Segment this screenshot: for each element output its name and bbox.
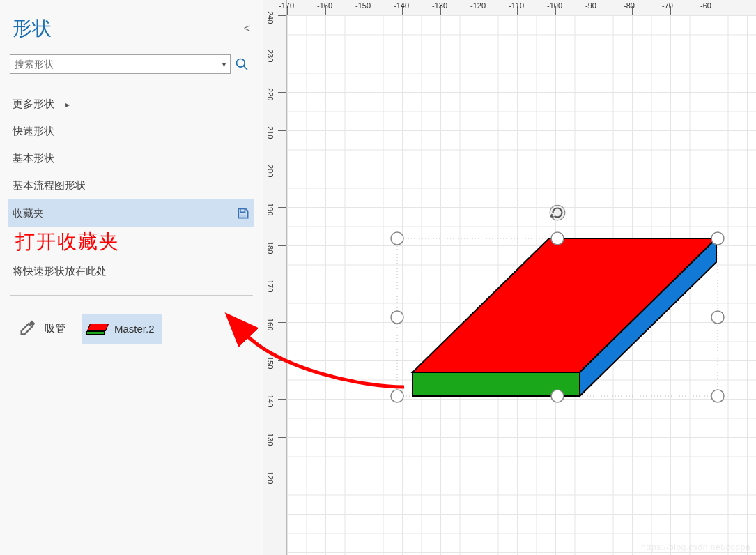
shapes-panel: 形状 < ▾ 更多形状 ▸ 快速形状 基本形状 基本流程图形状: [0, 0, 263, 555]
svg-rect-2: [240, 208, 245, 212]
ruler-tick: 150: [266, 356, 275, 369]
ruler-tick: -60: [700, 1, 711, 10]
ruler-tick: -150: [355, 1, 371, 10]
annotation-open-favorites: 打开收藏夹: [0, 227, 263, 262]
master2-thumb-icon: [86, 324, 107, 335]
ruler-tick: -130: [432, 1, 447, 10]
category-basic-shapes[interactable]: 基本形状: [10, 145, 253, 172]
svg-line-1: [244, 66, 247, 70]
category-flowchart-shapes[interactable]: 基本流程图形状: [10, 172, 253, 199]
ruler-horizontal: -170 -160 -150 -140 -130 -120 -110 -100 …: [287, 0, 756, 15]
ruler-tick: -170: [279, 1, 294, 10]
handle-n[interactable]: [551, 232, 564, 245]
shape-master-2[interactable]: Master.2: [82, 314, 162, 344]
category-favorites[interactable]: 收藏夹: [8, 199, 254, 227]
ruler-tick: -80: [624, 1, 635, 10]
ruler-tick: 140: [266, 395, 275, 407]
ruler-tick: -140: [394, 1, 409, 10]
ruler-tick: 200: [266, 165, 275, 177]
ruler-tick: -100: [547, 1, 562, 10]
quick-shapes-drop-hint: 将快速形状放在此处: [0, 262, 263, 289]
eyedropper-icon: [18, 318, 38, 340]
ruler-tick: 240: [266, 11, 275, 24]
ruler-tick: -160: [317, 1, 332, 10]
search-row: ▾: [10, 54, 253, 74]
category-label: 更多形状: [13, 98, 54, 111]
category-label: 基本形状: [13, 152, 54, 165]
handle-sw[interactable]: [391, 390, 403, 402]
rotate-handle[interactable]: [548, 204, 566, 224]
shape-label: 吸管: [45, 322, 65, 335]
chevron-right-icon: ▸: [65, 100, 70, 109]
handle-ne[interactable]: [711, 232, 724, 245]
panel-title: 形状: [13, 15, 52, 42]
search-dropdown-icon[interactable]: ▾: [217, 61, 230, 68]
ruler-tick: -70: [662, 1, 673, 10]
category-more-shapes[interactable]: 更多形状 ▸: [10, 91, 253, 118]
search-shapes-input[interactable]: [10, 59, 217, 70]
category-label: 快速形状: [13, 125, 54, 138]
shape-label: Master.2: [114, 323, 155, 335]
category-label: 基本流程图形状: [13, 179, 86, 192]
ruler-tick: 180: [266, 241, 275, 254]
handle-se[interactable]: [711, 390, 724, 402]
canvas[interactable]: -170 -160 -150 -140 -130 -120 -110 -100 …: [263, 0, 756, 555]
selected-shape-3d-block[interactable]: [397, 223, 718, 404]
category-label: 收藏夹: [13, 207, 44, 220]
ruler-tick: 230: [266, 50, 275, 62]
ruler-vertical: 240 230 220 210 200 190 180 170 160 150 …: [263, 15, 287, 555]
ruler-tick: -120: [470, 1, 486, 10]
ruler-tick: 220: [266, 88, 275, 100]
shape-eyedropper[interactable]: 吸管: [18, 318, 65, 340]
handle-nw[interactable]: [391, 232, 403, 245]
watermark: https://blog.csdn.net/coppa: [641, 542, 750, 552]
ruler-tick: 210: [266, 126, 275, 139]
collapse-panel-button[interactable]: <: [244, 22, 250, 35]
ruler-tick: -110: [509, 1, 524, 10]
ruler-tick: 160: [266, 318, 275, 330]
ruler-tick: 120: [266, 471, 275, 484]
ruler-tick: 170: [266, 280, 275, 292]
ruler-tick: -90: [585, 1, 596, 10]
divider: [10, 295, 253, 296]
ruler-tick: 130: [266, 433, 275, 446]
search-button[interactable]: [231, 54, 253, 74]
search-icon: [235, 57, 249, 71]
handle-w[interactable]: [391, 311, 403, 324]
svg-rect-3: [240, 215, 246, 218]
category-quick-shapes[interactable]: 快速形状: [10, 118, 253, 145]
handle-e[interactable]: [711, 311, 724, 324]
handle-s[interactable]: [551, 390, 564, 402]
save-icon[interactable]: [236, 206, 250, 220]
ruler-tick: 190: [266, 203, 275, 215]
